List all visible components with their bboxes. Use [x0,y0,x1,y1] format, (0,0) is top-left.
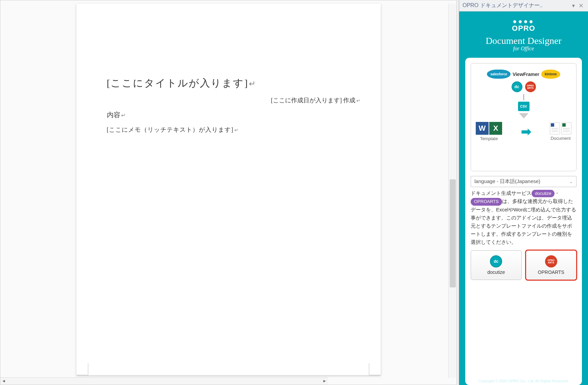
scrollbar-vertical[interactable] [448,4,456,378]
arrow-right-icon: ➡ [502,125,550,139]
paragraph-mark-icon: ↵ [356,98,360,103]
oproarts-badge: OPROARTS [471,198,502,206]
docutize-button-label: docutize [487,270,505,275]
margin-corner-tl [107,53,119,65]
scroll-thumb-vertical[interactable] [450,179,456,287]
word-icon: W [476,122,489,135]
date-placeholder[interactable]: [ここに作成日が入ります] 作成↵ [107,96,360,104]
addin-pane: OPRO ドキュメントデザイナー.. ▼ ✕ ●●●● OPRO Documen… [459,0,588,385]
copyright-text: Copyright © 2020 OPRO Co., Ltd. All Righ… [459,376,588,384]
pane-header: OPRO ドキュメントデザイナー.. ▼ ✕ [459,0,588,11]
document-label: Document [550,136,571,141]
document-canvas[interactable]: [ここにタイトルが入ります]↵ [ここに作成日が入ります] 作成↵ 内容↵ [こ… [0,0,457,385]
excel-icon: X [489,122,502,135]
diagram-connector-line [523,94,524,100]
salesforce-icon: salesforce [487,70,510,79]
word-doc-icon [550,122,560,134]
csv-icon: CSV [518,102,530,111]
title-placeholder[interactable]: [ここにタイトルが入ります]↵ [107,76,350,90]
pane-body: ●●●● OPRO Document Designer for Office s… [459,11,588,385]
paragraph-mark-icon: ↵ [234,127,239,133]
content-label[interactable]: 内容↵ [107,110,350,120]
dc-icon: dc [512,81,522,92]
oproarts-icon: OPRO ARTS [545,255,557,267]
docutize-button[interactable]: dc docutize [471,250,522,280]
template-label: Template [476,136,502,141]
scroll-right-icon[interactable]: ► [323,379,327,383]
dc-icon: dc [490,255,502,267]
margin-corner-tr [107,65,119,76]
pane-card: salesforce ViewFramer kintone dc OPRO AR… [465,58,582,385]
chevron-down-icon: ⌄ [569,179,573,184]
description-text: ドキュメント生成サービスdocutize・OPROARTSは、多様な連携元から取… [471,189,577,246]
template-block: W X Template [476,122,502,141]
viewframer-label: ViewFramer [513,72,539,77]
flow-diagram: salesforce ViewFramer kintone dc OPRO AR… [471,63,577,171]
oproarts-button-label: OPROARTS [538,270,564,275]
pane-close-button[interactable]: ✕ [577,2,585,9]
template-type-buttons: dc docutize OPRO ARTS OPROARTS [471,250,577,280]
arrow-down-icon [519,113,528,119]
paragraph-mark-icon: ↵ [121,112,125,118]
pane-logo: ●●●● OPRO Document Designer for Office [486,18,562,52]
language-selected-value: language - 日本語(Japanese) [474,178,540,185]
pane-logo-subtitle: for Office [486,46,562,52]
paragraph-mark-icon: ↵ [249,79,256,88]
scrollbar-horizontal[interactable]: ◄► [0,377,328,385]
oproarts-icon: OPRO ARTS [525,81,536,92]
document-page[interactable]: [ここにタイトルが入ります]↵ [ここに作成日が入ります] 作成↵ 内容↵ [こ… [76,4,381,375]
opro-brand-text: OPRO [486,24,562,33]
oproarts-button[interactable]: OPRO ARTS OPROARTS [526,250,577,280]
scroll-left-icon[interactable]: ◄ [2,379,6,383]
excel-doc-icon [561,122,571,134]
pane-logo-title: Document Designer [486,35,562,46]
memo-placeholder[interactable]: [ここにメモ（リッチテキスト）が入ります]↵ [107,126,350,134]
docutize-badge: docutize [532,190,555,198]
document-output-block: Document [550,122,571,141]
pane-title: OPRO ドキュメントデザイナー.. [463,2,570,9]
language-select[interactable]: language - 日本語(Japanese) ⌄ [471,176,577,187]
pane-menu-dropdown[interactable]: ▼ [570,3,577,8]
kintone-icon: kintone [541,70,560,79]
